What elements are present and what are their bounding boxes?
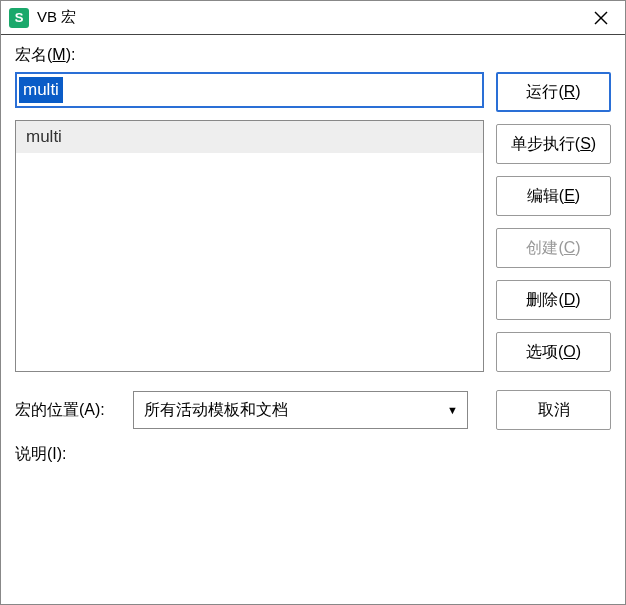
vb-macro-dialog: S VB 宏 宏名(M): multi multi [0,0,626,605]
macro-location-label: 宏的位置(A): [15,400,105,421]
titlebar: S VB 宏 [1,1,625,35]
cancel-button[interactable]: 取消 [496,390,611,430]
window-title: VB 宏 [37,8,585,27]
close-icon [594,11,608,25]
delete-button[interactable]: 删除(D) [496,280,611,320]
app-icon: S [9,8,29,28]
create-button: 创建(C) [496,228,611,268]
macro-location-value: 所有活动模板和文档 [144,400,288,421]
macro-name-label: 宏名(M): [15,45,611,66]
run-button[interactable]: 运行(R) [496,72,611,112]
macro-location-select[interactable]: 所有活动模板和文档 [133,391,468,429]
close-button[interactable] [585,4,617,32]
list-item[interactable]: multi [16,121,483,153]
macro-name-input-wrap: multi [15,72,484,108]
edit-button[interactable]: 编辑(E) [496,176,611,216]
macro-list[interactable]: multi [15,120,484,372]
step-button[interactable]: 单步执行(S) [496,124,611,164]
dialog-content: 宏名(M): multi multi 运行(R) 单步执行(S) [1,35,625,604]
description-label: 说明(I): [15,444,611,465]
options-button[interactable]: 选项(O) [496,332,611,372]
macro-name-input[interactable] [15,72,484,108]
